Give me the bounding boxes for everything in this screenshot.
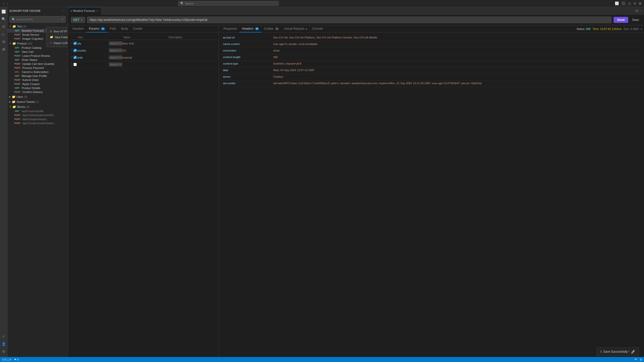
sidebar-item-manage-user-profile[interactable]: GET Manage User Profile — [8, 74, 68, 78]
status-bar-alerts[interactable]: ⊙ 0 △ 0 — [2, 358, 11, 361]
tab-cookie[interactable]: Cookie — [131, 25, 145, 32]
status-bar-cart[interactable]: ⚑ 0 — [14, 358, 19, 361]
sidebar-header: ECHOAPI FOR VSCODE ··· — [8, 7, 68, 15]
tab-response-headers[interactable]: Headers 8 — [239, 25, 261, 32]
item-product-details-name: Product Details — [22, 86, 41, 89]
sidebar-more-button[interactable]: ··· — [61, 9, 66, 13]
sidebar-item-process-payment[interactable]: POST Process Payment — [8, 66, 68, 70]
url-input[interactable] — [87, 17, 612, 23]
param-value-units[interactable] — [122, 56, 168, 59]
nav-buttons: ‹ › — [2, 1, 9, 6]
tab-close-button[interactable]: × — [96, 9, 98, 13]
top-search-bar[interactable]: 🔍 Search — [178, 1, 279, 6]
activity-git-icon[interactable]: ⚙ — [0, 23, 7, 30]
param-checkbox-units[interactable] — [73, 56, 77, 59]
main-layout: ⬜ 🔍 ⚙ ▷ ⊞ ⊙ ✓ 👤 ⚙ ECHOAPI FOR VSCODE ···… — [0, 7, 644, 357]
status-bar-menu-icon[interactable]: ☰ — [640, 358, 642, 361]
param-checkbox-country[interactable] — [73, 49, 77, 52]
sidebar-item-blocks-3[interactable]: POST /api/v1/support/inquiry — [8, 117, 68, 121]
delete-units-btn[interactable]: ✕ — [119, 56, 121, 59]
param-key-city[interactable] — [77, 42, 108, 45]
layout-icon-5[interactable]: ⊠ — [638, 1, 642, 6]
sidebar-item-view-cart[interactable]: GET View Cart — [8, 50, 68, 54]
sidebar-item-leave-product-review[interactable]: POST Leave Product Review — [8, 54, 68, 58]
drag-handle-3[interactable]: ⠿ — [71, 56, 73, 59]
sidebar-item-order-status[interactable]: GET Order Status — [8, 58, 68, 62]
param-value-city[interactable] — [122, 42, 168, 45]
sidebar-section-search-tweets: ▶ 📁 Search Tweets (7) — [8, 100, 68, 104]
sidebar-section-blocks-header[interactable]: ▼ 📁 Blocks (4) — [8, 105, 68, 109]
activity-settings-icon[interactable]: ⚙ — [0, 348, 7, 355]
sidebar-item-blocks-1[interactable]: GET /api/v1/users/profile — [8, 109, 68, 113]
sidebar-item-submit-order[interactable]: POST Submit Order — [8, 78, 68, 82]
sidebar-item-product-details[interactable]: GET Product Details — [8, 86, 68, 90]
sidebar-item-apply-coupon[interactable]: POST Apply Coupon — [8, 82, 68, 86]
tab-dot-icon: ● — [70, 10, 72, 12]
param-checkbox-empty[interactable] — [73, 63, 77, 66]
layout-icon-4[interactable]: ⊟ — [633, 1, 637, 6]
activity-extensions-icon[interactable]: ⊞ — [0, 38, 7, 45]
drag-handle-1[interactable]: ⠿ — [71, 42, 73, 45]
send-button[interactable]: Send — [614, 17, 628, 23]
new-item-button[interactable]: + — [61, 17, 63, 21]
activity-check-icon[interactable]: ✓ — [0, 333, 7, 340]
nav-back-button[interactable]: ‹ — [2, 1, 5, 6]
dropdown-new-http[interactable]: ⊞ New HTTP — [47, 28, 68, 34]
tab-response[interactable]: Response — [221, 25, 239, 32]
tab-headers[interactable]: Headers — [70, 25, 86, 32]
param-key-country[interactable] — [77, 49, 108, 52]
param-type-units[interactable]: String ▼ ✕ — [109, 56, 122, 59]
tab-path[interactable]: Path — [107, 25, 119, 32]
sidebar-section-likes-header[interactable]: ▶ 📁 Likes (3) — [8, 95, 68, 99]
delete-country-btn[interactable]: ✕ — [119, 49, 121, 52]
toast-info-icon: ℹ — [600, 350, 602, 353]
drag-handle-4[interactable]: ⠿ — [71, 63, 73, 66]
status-bar-search-icon[interactable]: 🔍 — [635, 358, 638, 361]
sidebar-section-tweets-header[interactable]: ▶ 📁 Search Tweets (7) — [8, 100, 68, 104]
param-type-city[interactable]: String ▼ ✕ — [109, 41, 122, 45]
sidebar-section-product: ▼ 📁 Product (12) GET Product Catalog GET… — [8, 41, 68, 94]
layout-icon-3[interactable]: ◫ — [627, 1, 631, 6]
delete-city-btn[interactable]: ✕ — [119, 42, 121, 45]
dropdown-import-curl[interactable]: ⇩ Import cURL — [47, 40, 68, 46]
activity-account-icon[interactable]: 👤 — [0, 340, 7, 347]
sidebar-search-box[interactable]: 🔍 + — [10, 16, 66, 23]
param-checkbox-city[interactable] — [73, 42, 77, 45]
method-selector[interactable]: GET ▼ — [71, 17, 85, 23]
layout-icon-1[interactable]: ⬜ — [614, 1, 619, 6]
activity-search-icon[interactable]: 🔍 — [0, 16, 7, 23]
tab-more-icon[interactable]: ··· — [639, 9, 642, 13]
tab-weather-forecast[interactable]: ● Weather Forecast × — [68, 7, 101, 15]
tab-params[interactable]: Params 3 — [86, 25, 107, 32]
activity-debug-icon[interactable]: ▷ — [0, 31, 7, 38]
param-key-units[interactable] — [77, 56, 108, 59]
header-value-content-type: text/html; charset=utf-8 — [273, 62, 640, 65]
param-key-empty[interactable] — [77, 63, 108, 66]
activity-api-icon[interactable]: ⊙ — [0, 46, 7, 53]
activity-files-icon[interactable]: ⬜ — [0, 8, 7, 15]
sidebar-item-blocks-4[interactable]: POST /api/v1/orders/confirmDelive... — [8, 121, 68, 125]
sidebar-item-cancel-subscription[interactable]: DEL Cancel a Subscription — [8, 70, 68, 74]
save-button[interactable]: Save — [630, 17, 641, 23]
tab-name: Weather Forecast — [73, 9, 95, 12]
param-type-empty[interactable]: String ▼ ✕ — [109, 63, 122, 66]
tab-console[interactable]: Console — [309, 25, 326, 32]
layout-icon-2[interactable]: ⬛ — [621, 1, 626, 6]
delete-empty-btn[interactable]: ✕ — [119, 63, 121, 66]
tab-response-cookie[interactable]: Cookie 1 — [261, 25, 281, 32]
param-type-country[interactable]: String ▼ ✕ — [109, 49, 122, 52]
sidebar-search-input[interactable] — [16, 18, 60, 21]
header-row-content-length: content-length 495 — [221, 54, 642, 61]
tab-actual-request[interactable]: Actual Request ● — [281, 25, 310, 32]
tab-body[interactable]: Body — [118, 25, 130, 32]
param-value-country[interactable] — [122, 49, 168, 52]
nav-forward-button[interactable]: › — [6, 1, 10, 6]
drag-handle-2[interactable]: ⠿ — [71, 49, 73, 52]
sidebar: ECHOAPI FOR VSCODE ··· ⊞ New HTTP 📁 New … — [8, 7, 68, 357]
tab-split-icon[interactable]: ⊟ — [635, 9, 638, 13]
sidebar-item-blocks-2[interactable]: POST /api/v1/checkout/processPA... — [8, 113, 68, 117]
dropdown-new-folder[interactable]: 📁 New Folder — [47, 34, 68, 40]
sidebar-item-update-cart[interactable]: POST Update Cart Item Quantity — [8, 62, 68, 66]
sidebar-item-confirm-delivery[interactable]: POST Confirm Delivery — [8, 90, 68, 94]
param-value-empty[interactable] — [122, 63, 168, 66]
